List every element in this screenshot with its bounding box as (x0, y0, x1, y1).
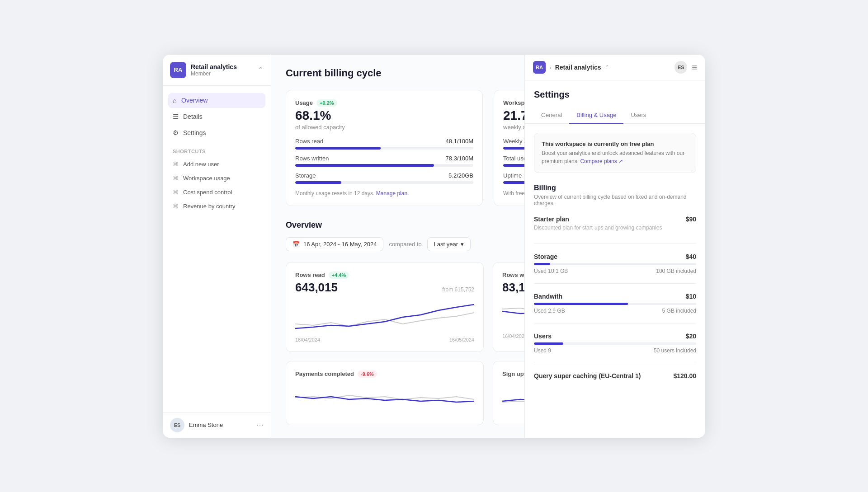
metric-storage-value: 5.2/20GB (448, 172, 473, 179)
sidebar-item-details-label: Details (183, 113, 203, 120)
usage-sub-value: of allowed capacity (295, 124, 473, 131)
shortcut-revenue-label: Revenue by country (183, 203, 236, 210)
stat-card-payments: Payments completed -9.6% (286, 361, 484, 425)
shortcut-add-user-label: Add new user (183, 161, 219, 168)
workspace-avatar: RA (170, 62, 186, 78)
users-used: Used 9 (534, 347, 551, 354)
shortcuts-section: Shortcuts ⌘ Add new user ⌘ Workspace usa… (163, 149, 271, 221)
panel-menu-button[interactable]: ≡ (692, 63, 697, 72)
panel-user-badge: ES (675, 61, 687, 74)
settings-panel: RA › Retail analytics ⌃ ES ≡ Settings Ge… (524, 55, 705, 438)
billing-item-starter: Starter plan $90 Discounted plan for sta… (534, 216, 696, 244)
rows-written-date-start: 16/04/2024 (502, 333, 527, 339)
stat-rows-read-sub: from 615,752 (442, 286, 474, 293)
billing-item-users: Users $20 Used 9 50 users included (534, 333, 696, 363)
tab-billing[interactable]: Billing & Usage (569, 107, 623, 124)
tab-users[interactable]: Users (623, 107, 653, 124)
home-icon: ⌂ (173, 97, 177, 104)
free-plan-notice-title: This workspace is currently on free plan (542, 141, 689, 147)
panel-breadcrumb: RA › Retail analytics ⌃ (533, 61, 609, 74)
free-plan-notice-text: Boost your analytics and unlock advanced… (542, 149, 689, 165)
user-name: Emma Stone (189, 422, 252, 428)
sidebar-item-overview[interactable]: ⌂ Overview (168, 93, 265, 108)
shortcut-cost-spend[interactable]: ⌘ Cost spend control (168, 186, 265, 199)
list-icon: ☰ (173, 112, 179, 121)
panel-header-actions: ES ≡ (675, 61, 697, 74)
workspace-role: Member (191, 70, 253, 77)
storage-used: Used 10.1 GB (534, 268, 568, 274)
sidebar-nav: ⌂ Overview ☰ Details ⚙ Settings (163, 86, 271, 149)
link-icon: ⌘ (173, 161, 179, 168)
rows-read-date-start: 16/04/2024 (295, 337, 320, 342)
breadcrumb-sep: › (549, 64, 552, 71)
tab-general[interactable]: General (534, 107, 569, 124)
sidebar: RA Retail analytics Member ⌃ ⌂ Overview … (163, 55, 271, 438)
compare-value-label: Last year (434, 241, 458, 248)
usage-card-header: Usage +0.2% (295, 99, 473, 107)
dropdown-icon: ▾ (461, 241, 464, 248)
link-icon-3: ⌘ (173, 189, 179, 196)
metric-rows-written: Rows written 78.3/100M (295, 155, 473, 167)
usage-main-value: 68.1% (295, 108, 473, 123)
bandwidth-price: $10 (686, 293, 696, 300)
panel-tabs: General Billing & Usage Users (525, 107, 705, 124)
billing-section-title: Billing (534, 184, 696, 192)
settings-icon: ⚙ (173, 129, 179, 137)
shortcut-revenue[interactable]: ⌘ Revenue by country (168, 200, 265, 213)
shortcuts-label: Shortcuts (168, 149, 265, 158)
compare-plans-link[interactable]: Compare plans ↗ (580, 158, 623, 164)
bandwidth-name: Bandwith (534, 293, 562, 300)
workspace-name: Retail analytics (191, 63, 253, 70)
stat-payments-title: Payments completed (295, 370, 354, 377)
starter-plan-desc: Discounted plan for start-ups and growin… (534, 225, 696, 231)
chevron-icon[interactable]: ⌃ (258, 66, 264, 74)
breadcrumb-chevron-icon[interactable]: ⌃ (605, 64, 609, 70)
stat-rows-read-badge: +4.4% (329, 272, 349, 279)
stat-card-rows-read: Rows read +4.4% 643,015 from 615,752 (286, 262, 484, 352)
calendar-icon: 📅 (292, 241, 300, 248)
starter-plan-price: $90 (686, 216, 696, 223)
user-menu-button[interactable]: ⋯ (256, 421, 264, 429)
bandwidth-included: 5 GB included (662, 308, 696, 314)
stat-rows-read-value: 643,015 (295, 281, 338, 295)
starter-plan-name: Starter plan (534, 216, 569, 223)
rows-read-date-end: 16/05/2024 (449, 337, 474, 342)
shortcut-workspace-usage[interactable]: ⌘ Workspace usage (168, 172, 265, 185)
usage-note: Monthly usage resets in 12 days. Manage … (295, 190, 473, 197)
shortcut-workspace-usage-label: Workspace usage (183, 175, 230, 182)
usage-card-title: Usage (295, 99, 313, 106)
panel-workspace-avatar: RA (533, 61, 546, 74)
date-range-button[interactable]: 📅 16 Apr, 2024 - 16 May, 2024 (286, 237, 383, 251)
users-price: $20 (686, 333, 696, 340)
users-included: 50 users included (654, 347, 696, 354)
metric-rows-written-value: 78.3/100M (446, 155, 473, 162)
panel-workspace-name: Retail analytics (555, 64, 601, 71)
compare-select[interactable]: Last year ▾ (427, 237, 471, 251)
metric-storage: Storage 5.2/20GB (295, 172, 473, 184)
sidebar-item-overview-label: Overview (181, 97, 208, 104)
workspace-info: Retail analytics Member (191, 63, 253, 77)
sidebar-item-settings-label: Settings (183, 129, 206, 136)
free-plan-notice: This workspace is currently on free plan… (534, 133, 696, 173)
usage-badge: +0.2% (316, 99, 337, 107)
manage-plan-link[interactable]: Manage plan. (376, 190, 409, 197)
panel-settings-title: Settings (525, 80, 705, 107)
sidebar-item-settings[interactable]: ⚙ Settings (168, 125, 265, 141)
caching-name: Query super caching (EU-Central 1) (534, 372, 641, 380)
sidebar-footer: ES Emma Stone ⋯ (163, 412, 271, 438)
shortcut-add-user[interactable]: ⌘ Add new user (168, 158, 265, 171)
bandwidth-used: Used 2.9 GB (534, 308, 565, 314)
users-name: Users (534, 333, 552, 340)
link-icon-4: ⌘ (173, 203, 179, 210)
stat-signups-title: Sign ups (502, 370, 527, 377)
workspace-header[interactable]: RA Retail analytics Member ⌃ (163, 55, 271, 86)
storage-included: 100 GB included (656, 268, 696, 274)
metric-rows-read-value: 48.1/100M (446, 138, 473, 145)
user-avatar: ES (170, 418, 184, 432)
metric-storage-label: Storage (295, 172, 316, 179)
stat-rows-read-title: Rows read (295, 272, 325, 278)
sidebar-item-details[interactable]: ☰ Details (168, 109, 265, 124)
metric-rows-read-label: Rows read (295, 138, 323, 145)
stat-payments-badge: -9.6% (358, 370, 377, 378)
panel-body: This workspace is currently on free plan… (525, 124, 705, 438)
